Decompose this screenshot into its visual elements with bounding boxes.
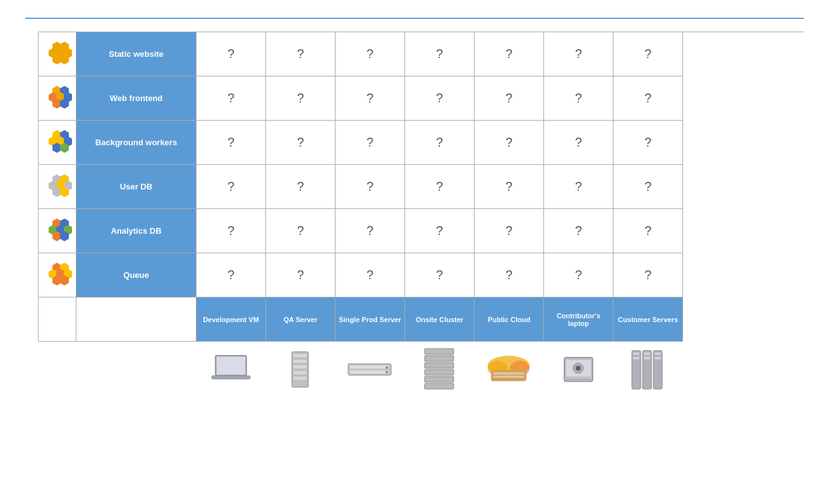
svg-rect-5: [293, 359, 307, 363]
cell-static-website-contributors-laptop: ?: [544, 32, 614, 76]
svg-rect-15: [425, 356, 454, 361]
svg-rect-2: [212, 376, 250, 379]
cell-user-db-customer-servers: ?: [614, 165, 683, 209]
cell-analytics-db-onsite-cluster: ?: [405, 209, 475, 253]
bottom-icon-empty-1: [38, 344, 76, 395]
cell-analytics-db-customer-servers: ?: [614, 209, 683, 253]
col-header-contributors-laptop: Contributor's laptop: [544, 297, 614, 342]
cell-queue-onsite-cluster: ?: [405, 253, 475, 297]
col-header-onsite-cluster: Onsite Cluster: [405, 297, 475, 342]
row-icon-static-website: [39, 32, 76, 76]
cell-static-website-onsite-cluster: ?: [405, 32, 475, 76]
header-label-empty: [76, 297, 197, 342]
svg-rect-14: [425, 349, 454, 354]
cell-user-db-single-prod: ?: [336, 165, 405, 209]
svg-rect-4: [293, 354, 307, 357]
svg-rect-24: [493, 372, 524, 375]
cell-static-website-single-prod: ?: [336, 32, 405, 76]
svg-rect-38: [655, 352, 661, 355]
cell-background-workers-contributors-laptop: ?: [544, 121, 614, 165]
divider: [25, 18, 804, 19]
cell-web-frontend-single-prod: ?: [336, 76, 405, 121]
svg-rect-37: [644, 357, 650, 359]
col-header-public-cloud: Public Cloud: [475, 297, 544, 342]
svg-rect-31: [632, 351, 641, 389]
cell-analytics-db-dev-vm: ?: [197, 209, 266, 253]
svg-rect-18: [425, 376, 454, 382]
svg-rect-25: [493, 375, 524, 378]
svg-rect-39: [655, 357, 661, 359]
svg-rect-30: [566, 379, 591, 381]
svg-rect-7: [293, 371, 307, 375]
cell-background-workers-single-prod: ?: [336, 121, 405, 165]
col-header-dev-vm: Development VM: [197, 297, 266, 342]
row-icon-web-frontend: [39, 76, 76, 121]
cell-queue-single-prod: ?: [336, 253, 405, 297]
svg-rect-11: [349, 370, 389, 374]
cell-web-frontend-customer-servers: ?: [614, 76, 683, 121]
cell-analytics-db-contributors-laptop: ?: [544, 209, 614, 253]
row-icon-user-db: [39, 165, 76, 209]
cell-analytics-db-qa-server: ?: [266, 209, 336, 253]
cell-static-website-dev-vm: ?: [197, 32, 266, 76]
row-label-static-website: Static website: [76, 32, 197, 76]
bottom-icon-rack-server: [265, 344, 335, 395]
cell-analytics-db-single-prod: ?: [336, 209, 405, 253]
svg-rect-34: [633, 352, 639, 355]
col-header-qa-server: QA Server: [266, 297, 336, 342]
row-label-web-frontend: Web frontend: [76, 76, 197, 121]
cell-web-frontend-onsite-cluster: ?: [405, 76, 475, 121]
cell-background-workers-public-cloud: ?: [475, 121, 544, 165]
matrix-container: Static website???????Web frontend???????…: [25, 32, 804, 395]
cell-user-db-contributors-laptop: ?: [544, 165, 614, 209]
svg-rect-35: [633, 357, 639, 359]
svg-rect-33: [653, 351, 662, 389]
svg-rect-32: [643, 351, 651, 389]
col-header-single-prod: Single Prod Server: [336, 297, 405, 342]
bottom-icon-dell-server: [543, 344, 613, 395]
cell-user-db-dev-vm: ?: [197, 165, 266, 209]
svg-point-13: [385, 371, 388, 373]
cell-user-db-public-cloud: ?: [475, 165, 544, 209]
cell-queue-qa-server: ?: [266, 253, 336, 297]
header-icon-empty: [39, 297, 76, 342]
cell-queue-contributors-laptop: ?: [544, 253, 614, 297]
cell-web-frontend-qa-server: ?: [266, 76, 336, 121]
cell-static-website-public-cloud: ?: [475, 32, 544, 76]
svg-rect-36: [644, 352, 650, 355]
cell-web-frontend-public-cloud: ?: [475, 76, 544, 121]
row-label-analytics-db: Analytics DB: [76, 209, 197, 253]
cell-background-workers-customer-servers: ?: [614, 121, 683, 165]
cell-web-frontend-contributors-laptop: ?: [544, 76, 614, 121]
row-icon-analytics-db: [39, 209, 76, 253]
cell-background-workers-qa-server: ?: [266, 121, 336, 165]
cell-analytics-db-public-cloud: ?: [475, 209, 544, 253]
svg-rect-1: [217, 357, 245, 375]
svg-rect-16: [425, 363, 454, 368]
col-header-customer-servers: Customer Servers: [614, 297, 683, 342]
row-label-background-workers: Background workers: [76, 121, 197, 165]
bottom-icons-row: [38, 344, 804, 395]
matrix-grid: Static website???????Web frontend???????…: [38, 32, 804, 342]
cell-web-frontend-dev-vm: ?: [197, 76, 266, 121]
svg-rect-10: [349, 365, 389, 369]
cell-user-db-qa-server: ?: [266, 165, 336, 209]
row-icon-background-workers: [39, 121, 76, 165]
svg-point-12: [385, 366, 388, 369]
bottom-icon-cloud-server: [474, 344, 543, 395]
svg-rect-19: [425, 383, 454, 389]
bottom-icon-cluster: [404, 344, 474, 395]
svg-rect-17: [425, 369, 454, 375]
cell-static-website-customer-servers: ?: [614, 32, 683, 76]
bottom-icon-server-1u: [335, 344, 404, 395]
bottom-icon-blade-server: [613, 344, 682, 395]
bottom-icon-laptop: [196, 344, 265, 395]
cell-background-workers-dev-vm: ?: [197, 121, 266, 165]
cell-static-website-qa-server: ?: [266, 32, 336, 76]
svg-rect-8: [293, 376, 307, 380]
cell-queue-dev-vm: ?: [197, 253, 266, 297]
row-icon-queue: [39, 253, 76, 297]
svg-rect-6: [293, 365, 307, 369]
svg-point-29: [576, 366, 581, 371]
row-label-user-db: User DB: [76, 165, 197, 209]
